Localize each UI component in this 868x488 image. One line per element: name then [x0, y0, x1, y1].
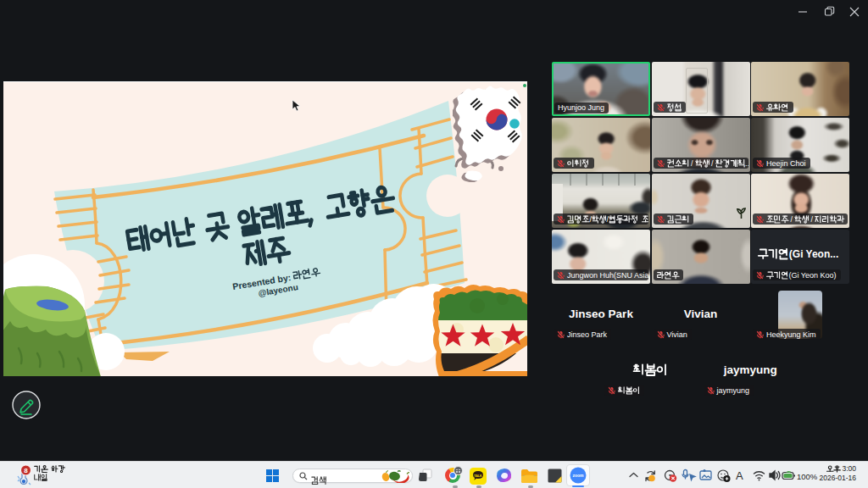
svg-text:TALK: TALK: [474, 474, 482, 478]
svg-text:zoom: zoom: [572, 473, 584, 478]
svg-text:8: 8: [24, 467, 28, 474]
svg-text:A: A: [736, 469, 743, 482]
